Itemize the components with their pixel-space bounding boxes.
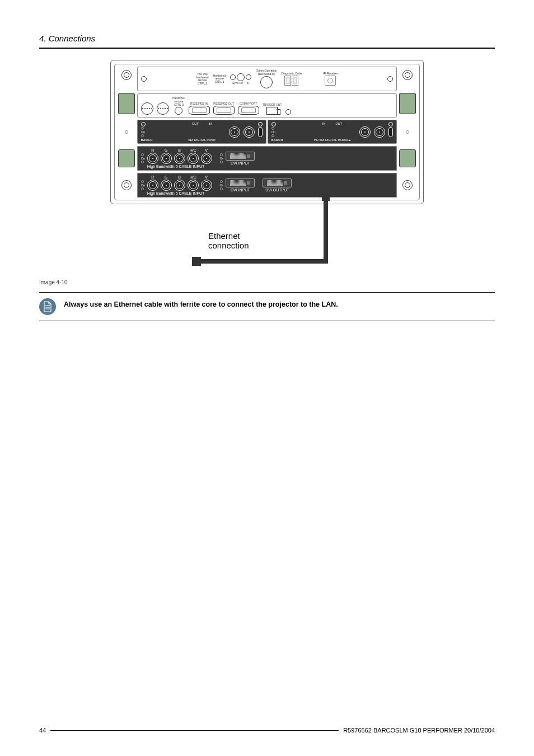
- b-label: B: [178, 148, 181, 152]
- segment-display: [284, 76, 298, 86]
- bnc-port-icon: [188, 180, 199, 191]
- panel-row-3: On R G B H/C V High Bandwidth 5 CAB: [118, 146, 416, 171]
- comm-label: COMM PORT: [240, 102, 257, 105]
- bnc-port-icon: [201, 180, 212, 191]
- bnc-port-icon: [174, 180, 185, 191]
- panel-row-1: Two way hardwired remote CTRL 2 Hardwire…: [118, 67, 416, 118]
- ir-recv-label: IR-Receiver: [323, 72, 338, 76]
- note-bottom-rule: [39, 321, 495, 321]
- jack-icon: [175, 107, 182, 115]
- bnc-port-icon: [374, 126, 385, 138]
- knob-icon: [237, 73, 245, 81]
- vent-right: [399, 149, 416, 167]
- screw-icon: [141, 122, 146, 126]
- bnc-port-icon: [161, 180, 172, 191]
- ethernet-cable-drawing: Ethernet connection: [110, 203, 424, 276]
- on-indicator: On: [271, 127, 275, 137]
- ctrl3-port: Hardwired remote CTRL 3: [172, 96, 185, 115]
- screw-icon: [402, 70, 413, 80]
- hdsdi-module-label: HD SDI DIGITAL MODULE: [314, 138, 351, 142]
- page-footer: 44 R5976562 BARCOSLM G10 PERFORMER 20/10…: [39, 727, 495, 734]
- bnc-port-icon: [147, 180, 158, 191]
- cable-horizontal: [200, 259, 328, 264]
- b-label: B: [178, 175, 181, 179]
- knob-group: [230, 73, 251, 81]
- screw-icon: [258, 122, 263, 126]
- vent-left: [118, 149, 135, 167]
- knob-icon: [230, 74, 236, 80]
- left-column-3: [118, 146, 135, 171]
- left-column-4: [118, 173, 135, 198]
- cable-input-label: High Bandwidth 5 CABLE INPUT: [147, 165, 212, 168]
- g-label: G: [165, 148, 167, 152]
- ctrl1-hard-label: Hardwired remote CTRL 1: [213, 74, 226, 84]
- dvi-input-port-icon: [226, 179, 255, 187]
- control-strip: Two way hardwired remote CTRL 2 Hardwire…: [137, 67, 397, 91]
- left-column-1: [118, 67, 135, 118]
- knob-icon: [246, 74, 251, 80]
- on-indicator: On: [141, 127, 145, 137]
- in-label: IN: [322, 122, 326, 125]
- hc-label: H/C: [190, 148, 196, 152]
- hole-icon: [387, 76, 393, 82]
- seven-seg-icon: [284, 76, 291, 86]
- cable-input-row-2: On R G B H/C V High Bandwidth 5 CAB: [137, 173, 397, 198]
- comm-port: COMM PORT: [238, 102, 259, 115]
- out-label: OUT: [192, 122, 199, 125]
- status-label: Green:Operation Red:Stand-by: [256, 69, 277, 76]
- clip-icon: [258, 127, 263, 137]
- ir-label: IR: [247, 82, 250, 85]
- r-label: R: [151, 175, 154, 179]
- trigger-label: TRIGGER OUT: [263, 103, 282, 106]
- hole-icon: [141, 76, 147, 82]
- v-label: V: [205, 148, 208, 152]
- bnc-port-icon: [161, 153, 172, 164]
- panel-row-2: OUT IN On: [118, 120, 416, 144]
- right-column-4: [399, 173, 416, 198]
- rs232-out-label: RS232/422 OUT: [213, 102, 234, 105]
- ethernet-label: Ethernet connection: [208, 231, 249, 250]
- dvi-input-label: DVI INPUT: [231, 161, 250, 165]
- screw-icon: [121, 70, 132, 80]
- rs232-in-label: RS232/422 IN: [190, 102, 208, 105]
- on-indicator: On: [141, 153, 145, 163]
- trigger-jack-icon: [266, 107, 278, 115]
- screw-icon: [388, 122, 393, 126]
- right-column-1: [399, 67, 416, 118]
- bnc-port-icon: [243, 126, 255, 138]
- hole-icon: [406, 130, 409, 134]
- sdi-module-label: SDI DIGITAL INPUT: [188, 138, 216, 142]
- bnc-port-icon: [147, 153, 158, 164]
- seven-seg-icon: [292, 76, 298, 86]
- in-label: IN: [209, 122, 212, 125]
- section-title: 4. Connections: [39, 34, 495, 43]
- dvi-output-label: DVI OUTPUT: [265, 188, 289, 192]
- note-box: Always use an Ethernet cable with ferrit…: [39, 293, 495, 321]
- trigger-port: TRIGGER OUT: [263, 103, 282, 115]
- bnc-port-icon: [174, 153, 185, 164]
- on-indicator: On: [220, 180, 224, 190]
- hole-icon: [125, 130, 128, 134]
- port-strip: Hardwired remote CTRL 3 RS232/422 IN RS2…: [137, 93, 397, 118]
- on-indicator: On: [220, 153, 224, 163]
- status-led-icon: [260, 76, 273, 88]
- dvi-input-label: DVI INPUT: [231, 188, 250, 192]
- r-label: R: [151, 148, 154, 152]
- ctrl3-label: Hardwired remote CTRL 3: [172, 96, 185, 106]
- g-label: G: [165, 175, 167, 179]
- panel-inner: Two way hardwired remote CTRL 2 Hardwire…: [114, 64, 420, 200]
- dvi-output-port-icon: [263, 179, 292, 187]
- projector-back-panel: Two way hardwired remote CTRL 2 Hardwire…: [110, 60, 424, 204]
- module-row: OUT IN On: [137, 120, 397, 144]
- diag-label: Diagnostic Code: [282, 72, 302, 76]
- ctrl2-label: Two way hardwired remote CTRL 2: [196, 73, 209, 85]
- rs232-out-port: RS232/422 OUT: [213, 102, 235, 115]
- top-rule: [39, 48, 495, 49]
- bnc-port-icon: [188, 153, 199, 164]
- vent-right: [399, 93, 416, 114]
- mini-din-port-icon: [157, 102, 169, 115]
- cable-input-row-1: On R G B H/C V High Bandwidth 5 CAB: [137, 146, 397, 171]
- screw-icon: [271, 122, 276, 126]
- bnc-port-icon: [201, 153, 212, 164]
- page-number: 44: [39, 727, 46, 734]
